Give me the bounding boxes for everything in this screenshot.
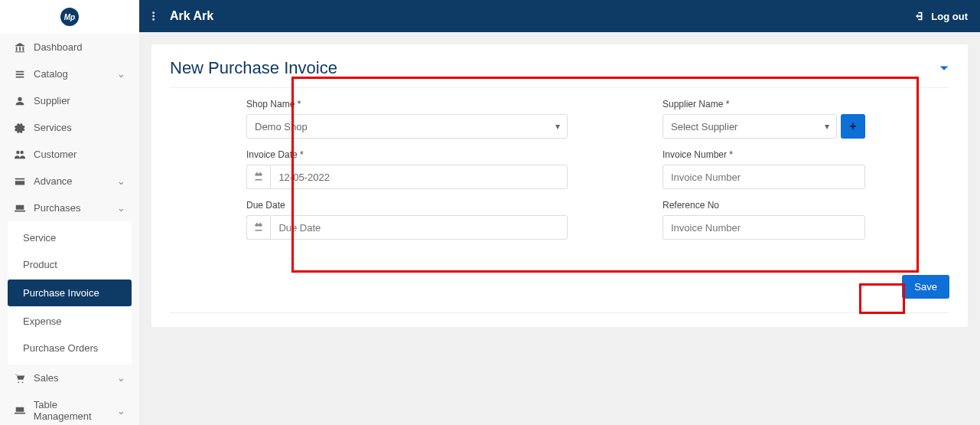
invoice-number-label: Invoice Number * xyxy=(663,149,865,160)
users-icon xyxy=(14,149,26,160)
reference-no-label: Reference No xyxy=(663,200,865,211)
sidebar-item-label: Sales xyxy=(34,372,59,384)
chevron-down-icon: ⌄ xyxy=(117,68,125,80)
sidebar-item-advance[interactable]: Advance ⌄ xyxy=(0,168,139,195)
chevron-down-icon: ⌄ xyxy=(117,202,125,214)
sidebar-item-purchases[interactable]: Purchases ⌄ xyxy=(0,195,139,221)
invoice-number-input[interactable] xyxy=(663,165,865,189)
menu-dots-icon[interactable] xyxy=(151,11,162,21)
sidebar-item-label: Dashboard xyxy=(34,41,83,53)
sidebar-item-services[interactable]: Services xyxy=(0,114,139,141)
sidebar-item-label: Supplier xyxy=(34,95,70,106)
chevron-down-icon: ⌄ xyxy=(117,175,125,187)
purchases-submenu: Service Product Purchase Invoice Expense… xyxy=(8,221,132,365)
svg-point-1 xyxy=(152,15,155,18)
supplier-name-label: Supplier Name * xyxy=(663,99,865,110)
content: New Purchase Invoice Shop Name * Demo Sh… xyxy=(139,32,980,425)
main-area: Ark Ark Log out New Purchase Invoice xyxy=(139,0,980,425)
chevron-down-icon: ⌄ xyxy=(117,405,125,417)
svg-point-0 xyxy=(152,11,155,14)
sidebar-item-sales[interactable]: Sales ⌄ xyxy=(0,365,139,391)
sidebar-item-catalog[interactable]: Catalog ⌄ xyxy=(0,60,139,87)
cart-icon xyxy=(14,373,26,384)
sidebar-item-label: Table Management xyxy=(34,399,117,422)
user-icon xyxy=(14,96,26,106)
sidebar-item-supplier[interactable]: Supplier xyxy=(0,87,139,114)
gear-icon xyxy=(14,123,26,133)
sub-item-service[interactable]: Service xyxy=(8,224,132,251)
chevron-down-icon: ⌄ xyxy=(117,372,125,384)
due-date-label: Due Date xyxy=(246,200,568,211)
collapse-toggle[interactable] xyxy=(939,63,949,74)
sidebar-item-label: Advance xyxy=(34,175,73,187)
sidebar-item-label: Customer xyxy=(34,149,77,160)
sidebar-item-label: Catalog xyxy=(34,68,68,80)
reference-no-input[interactable] xyxy=(663,215,865,240)
sidebar-item-dashboard[interactable]: Dashboard xyxy=(0,34,139,60)
invoice-date-label: Invoice Date * xyxy=(246,149,568,160)
invoice-card: New Purchase Invoice Shop Name * Demo Sh… xyxy=(151,44,968,327)
laptop-icon xyxy=(14,405,26,416)
invoice-date-input[interactable] xyxy=(270,165,568,189)
logout-icon xyxy=(914,11,925,21)
logo-wrap: Mp xyxy=(0,0,139,34)
topbar: Ark Ark Log out xyxy=(139,0,980,32)
app-logo: Mp xyxy=(60,8,79,26)
shop-name-select[interactable]: Demo Shop xyxy=(246,114,568,139)
sub-item-expense[interactable]: Expense xyxy=(8,308,132,335)
logout-button[interactable]: Log out xyxy=(914,11,968,22)
laptop-icon xyxy=(14,203,26,214)
page-owner: Ark Ark xyxy=(170,9,213,23)
due-date-input[interactable] xyxy=(270,215,568,240)
calendar-icon xyxy=(246,165,270,189)
sidebar-item-label: Purchases xyxy=(34,202,80,214)
sub-item-purchase-invoice[interactable]: Purchase Invoice xyxy=(8,280,132,306)
sidebar-item-label: Services xyxy=(34,122,72,133)
sub-item-product[interactable]: Product xyxy=(8,251,132,278)
sidebar-item-customer[interactable]: Customer xyxy=(0,141,139,168)
supplier-name-select[interactable]: Select Supplier xyxy=(663,114,837,139)
sub-item-purchase-orders[interactable]: Purchase Orders xyxy=(8,335,132,361)
save-button[interactable]: Save xyxy=(902,275,949,299)
card-icon xyxy=(14,176,26,187)
page-title: New Purchase Invoice xyxy=(170,58,337,78)
sidebar-item-table-management[interactable]: Table Management ⌄ xyxy=(0,391,139,425)
logout-label: Log out xyxy=(931,11,968,22)
bank-icon xyxy=(14,42,26,53)
list-icon xyxy=(14,69,26,80)
calendar-icon xyxy=(246,215,270,240)
svg-point-2 xyxy=(152,18,155,21)
sidebar: Mp Dashboard Catalog ⌄ Supplier Se xyxy=(0,0,139,425)
shop-name-label: Shop Name * xyxy=(246,99,568,110)
add-supplier-button[interactable]: + xyxy=(841,114,865,139)
